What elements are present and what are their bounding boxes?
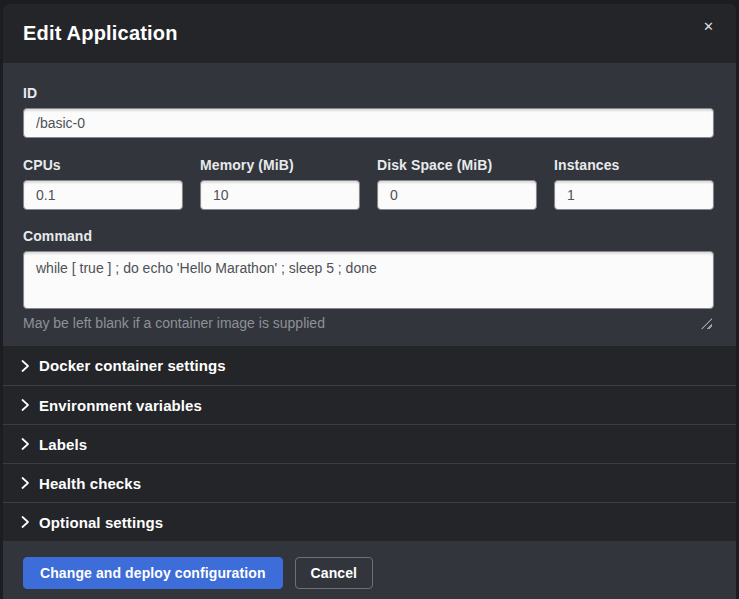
change-and-deploy-button[interactable]: Change and deploy configuration <box>23 557 283 589</box>
section-environment-variables[interactable]: Environment variables <box>3 385 736 424</box>
disk-label: Disk Space (MiB) <box>377 157 537 173</box>
close-icon[interactable]: ✕ <box>699 16 718 37</box>
cancel-button[interactable]: Cancel <box>295 557 374 589</box>
modal-footer: Change and deploy configuration Cancel <box>3 541 736 599</box>
section-health-checks[interactable]: Health checks <box>3 463 736 502</box>
disk-field-group: Disk Space (MiB) <box>377 157 537 210</box>
command-textarea[interactable]: while [ true ] ; do echo 'Hello Marathon… <box>23 251 714 309</box>
instances-input[interactable] <box>554 180 714 210</box>
chevron-right-icon <box>21 477 30 489</box>
section-label: Docker container settings <box>39 357 226 374</box>
id-field-group: ID <box>23 85 714 138</box>
memory-input[interactable] <box>200 180 360 210</box>
modal-header: Edit Application ✕ <box>3 4 736 63</box>
command-help-text: May be left blank if a container image i… <box>23 315 714 331</box>
section-label: Environment variables <box>39 397 202 414</box>
instances-field-group: Instances <box>554 157 714 210</box>
modal-title: Edit Application <box>23 22 178 45</box>
instances-label: Instances <box>554 157 714 173</box>
chevron-right-icon <box>21 438 30 450</box>
chevron-right-icon <box>21 399 30 411</box>
memory-field-group: Memory (MiB) <box>200 157 360 210</box>
cpus-field-group: CPUs <box>23 157 183 210</box>
section-labels[interactable]: Labels <box>3 424 736 463</box>
cpus-label: CPUs <box>23 157 183 173</box>
command-field-group: Command while [ true ] ; do echo 'Hello … <box>23 228 714 331</box>
cpus-input[interactable] <box>23 180 183 210</box>
memory-label: Memory (MiB) <box>200 157 360 173</box>
command-label: Command <box>23 228 714 244</box>
chevron-right-icon <box>21 360 30 372</box>
id-input[interactable] <box>23 108 714 138</box>
id-label: ID <box>23 85 714 101</box>
section-optional-settings[interactable]: Optional settings <box>3 502 736 541</box>
modal-body: ID CPUs Memory (MiB) Disk Space (MiB) In… <box>3 63 736 346</box>
section-label: Labels <box>39 436 87 453</box>
disk-input[interactable] <box>377 180 537 210</box>
section-docker-container-settings[interactable]: Docker container settings <box>3 346 736 385</box>
chevron-right-icon <box>21 516 30 528</box>
section-label: Health checks <box>39 475 141 492</box>
accordion-sections: Docker container settings Environment va… <box>3 346 736 541</box>
section-label: Optional settings <box>39 514 163 531</box>
edit-application-modal: Edit Application ✕ ID CPUs Memory (MiB) … <box>3 4 736 599</box>
resources-row: CPUs Memory (MiB) Disk Space (MiB) Insta… <box>23 157 714 210</box>
